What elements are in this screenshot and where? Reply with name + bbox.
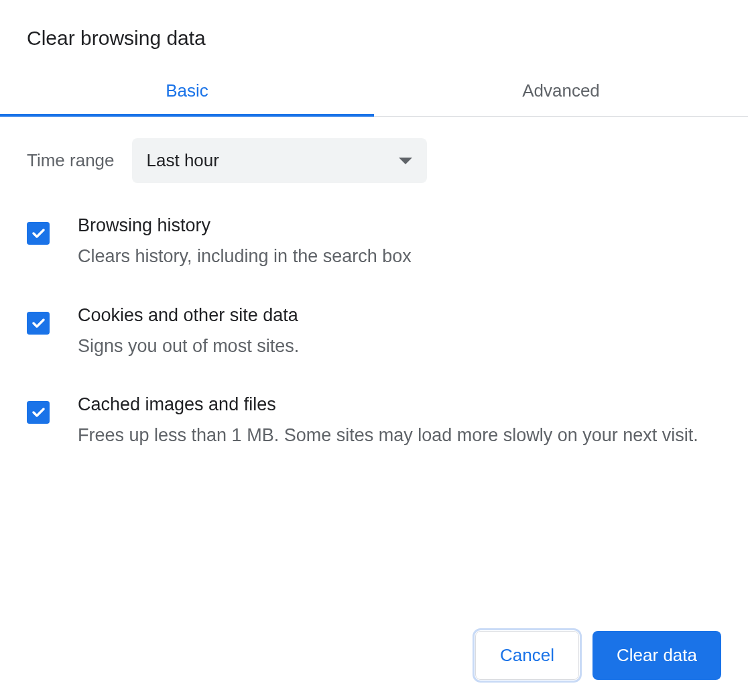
option-description: Clears history, including in the search …	[78, 243, 721, 270]
tab-basic[interactable]: Basic	[0, 68, 374, 116]
time-range-row: Time range Last hour	[27, 138, 721, 183]
tab-advanced[interactable]: Advanced	[374, 68, 748, 116]
clear-data-button[interactable]: Clear data	[593, 631, 721, 680]
dialog-footer: Cancel Clear data	[27, 611, 721, 680]
time-range-selected-value: Last hour	[147, 150, 219, 171]
option-text: Cached images and files Frees up less th…	[78, 394, 721, 449]
check-icon	[30, 315, 46, 331]
check-icon	[30, 404, 46, 420]
chevron-down-icon	[399, 158, 412, 164]
option-browsing-history: Browsing history Clears history, includi…	[27, 215, 721, 270]
option-cookies: Cookies and other site data Signs you ou…	[27, 305, 721, 360]
option-text: Cookies and other site data Signs you ou…	[78, 305, 721, 360]
option-title: Cookies and other site data	[78, 305, 721, 326]
check-icon	[30, 225, 46, 241]
dialog-title: Clear browsing data	[27, 27, 721, 50]
time-range-select[interactable]: Last hour	[132, 138, 427, 183]
checkbox-cookies[interactable]	[27, 312, 50, 335]
time-range-label: Time range	[27, 150, 115, 171]
cancel-button[interactable]: Cancel	[475, 631, 579, 680]
checkbox-browsing-history[interactable]	[27, 222, 50, 245]
checkbox-cached[interactable]	[27, 401, 50, 424]
option-text: Browsing history Clears history, includi…	[78, 215, 721, 270]
tabs-container: Basic Advanced	[0, 68, 748, 117]
option-title: Browsing history	[78, 215, 721, 236]
option-description: Signs you out of most sites.	[78, 333, 721, 360]
option-title: Cached images and files	[78, 394, 721, 415]
option-cached: Cached images and files Frees up less th…	[27, 394, 721, 449]
clear-browsing-data-dialog: Clear browsing data Basic Advanced Time …	[0, 0, 748, 700]
options-list: Browsing history Clears history, includi…	[27, 215, 721, 449]
option-description: Frees up less than 1 MB. Some sites may …	[78, 422, 721, 449]
